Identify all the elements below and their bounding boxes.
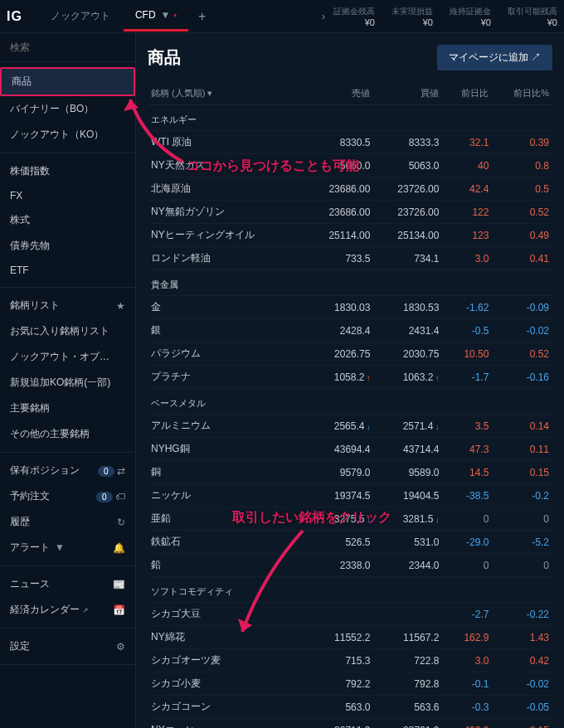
header: IG ノックアウト CFD▼• + › 証拠金残高¥0未実現損益¥0維持証拠金¥…	[0, 0, 564, 33]
table-row[interactable]: NY天然ガス5060.05063.0400.8	[148, 154, 552, 177]
page-title: 商品	[148, 46, 181, 69]
sidebar-item[interactable]: その他の主要銘柄	[0, 421, 135, 447]
column-header[interactable]: 前日比%	[492, 82, 552, 105]
sidebar-item[interactable]: 経済カレンダー 📅	[0, 597, 135, 623]
stat: 取引可能残高¥0	[508, 6, 557, 27]
table-row[interactable]: NYヒーティングオイル25114.0025134.001230.49	[148, 224, 552, 247]
table-row[interactable]: 鉄鉱石526.5531.0-29.0-5.2	[148, 531, 552, 554]
group-header: 貴金属	[148, 270, 552, 296]
table-row[interactable]: NYHG銅43694.443714.447.30.11	[148, 438, 552, 461]
side-icon: ⇄	[117, 465, 125, 477]
sidebar-item[interactable]: バイナリー（BO）	[0, 96, 135, 122]
sidebar-item[interactable]: 銘柄リスト ★	[0, 293, 135, 318]
header-stats: 証拠金残高¥0未実現損益¥0維持証拠金¥0取引可能残高¥0	[333, 6, 557, 27]
sidebar: 🔍 商品バイナリー（BO）ノックアウト（KO） 株価指数FX株式債券先物ETF …	[0, 33, 136, 728]
sidebar-item[interactable]: 保有ポジション0 ⇄	[0, 458, 135, 483]
stat: 証拠金残高¥0	[333, 6, 375, 27]
table-row[interactable]: 銀2428.42431.4-0.5-0.02	[148, 319, 552, 342]
main: 商品 マイページに追加 ↗ 銘柄 (人気順) ▾売値買値前日比前日比% エネルギ…	[136, 33, 564, 728]
sidebar-item[interactable]: 債券先物	[0, 233, 135, 259]
tab-knockout[interactable]: ノックアウト	[39, 1, 122, 32]
sidebar-item[interactable]: 主要銘柄	[0, 396, 135, 421]
add-to-mypage-button[interactable]: マイページに追加 ↗	[437, 45, 552, 70]
table-row[interactable]: 北海原油23686.0023726.0042.40.5	[148, 177, 552, 201]
badge: 0	[98, 466, 114, 477]
sidebar-item[interactable]: 商品	[0, 67, 135, 96]
table-row[interactable]: シカゴコーン563.0563.6-0.3-0.05	[148, 696, 552, 719]
table-row[interactable]: NYコーヒー20711.920731.9436.92.15	[148, 719, 552, 729]
chevron-right-icon[interactable]: ›	[322, 11, 325, 22]
table-row[interactable]: シカゴ大豆-2.7-0.22	[148, 603, 552, 626]
sidebar-item[interactable]: 履歴 ↻	[0, 509, 135, 535]
group-header: ベースメタル	[148, 389, 552, 415]
sidebar-item[interactable]: ニュース 📰	[0, 571, 135, 597]
table-row[interactable]: NY無鉛ガゾリン23686.0023726.001220.52	[148, 201, 552, 224]
side-icon: 🔔	[113, 542, 125, 554]
column-header[interactable]: 買値	[373, 82, 442, 105]
table-row[interactable]: ロンドン軽油733.5734.13.00.41	[148, 247, 552, 270]
logo: IG	[7, 9, 22, 24]
stat: 未実現損益¥0	[391, 6, 433, 27]
sidebar-item[interactable]: FX	[0, 184, 135, 207]
side-icon: ↻	[117, 517, 125, 528]
table-row[interactable]: プラチナ1058.21063.2-1.7-0.16	[148, 366, 552, 389]
table-row[interactable]: 金1830.031830.53-1.62-0.09	[148, 296, 552, 319]
table-row[interactable]: WTI 原油8330.58333.332.10.39	[148, 131, 552, 154]
sidebar-item[interactable]: 新規追加KO銘柄(一部)	[0, 370, 135, 396]
table-row[interactable]: 亜鉛3275.53281.500	[148, 507, 552, 531]
stat: 維持証拠金¥0	[450, 6, 491, 27]
sidebar-item[interactable]: 株式	[0, 207, 135, 233]
sidebar-item[interactable]: 予約注文0 🏷	[0, 483, 135, 509]
table-row[interactable]: シカゴ小麦792.2792.8-0.1-0.02	[148, 672, 552, 696]
sidebar-item[interactable]: アラート▼ 🔔	[0, 535, 135, 561]
side-icon: 📰	[113, 579, 125, 590]
tabs: ノックアウト CFD▼• +	[39, 1, 317, 32]
side-icon: 📅	[113, 604, 125, 616]
badge: 0	[96, 492, 113, 502]
table-row[interactable]: ニッケル19374.519404.5-38.5-0.2	[148, 484, 552, 507]
table-row[interactable]: 鉛2338.02344.000	[148, 554, 552, 577]
table-row[interactable]: アルミニウム2565.42571.43.50.14	[148, 415, 552, 438]
column-header[interactable]: 前日比	[442, 82, 492, 105]
search-input[interactable]	[10, 41, 134, 53]
search-row: 🔍	[0, 33, 135, 62]
sidebar-item[interactable]: ノックアウト（KO）	[0, 122, 135, 148]
close-icon[interactable]: •	[173, 11, 177, 20]
tab-cfd[interactable]: CFD▼•	[124, 1, 188, 32]
chevron-down-icon: ▼	[161, 9, 171, 21]
table-row[interactable]: NY綿花11552.211567.2162.91.43	[148, 626, 552, 649]
sidebar-item[interactable]: 株価指数	[0, 158, 135, 184]
group-header: エネルギー	[148, 105, 552, 131]
add-tab-button[interactable]: +	[190, 4, 214, 29]
table-row[interactable]: シカゴオーツ麦715.3722.83.00.42	[148, 649, 552, 672]
table-row[interactable]: パラジウム2026.752030.7510.500.52	[148, 342, 552, 366]
side-icon: ⚙	[116, 641, 125, 653]
sidebar-item[interactable]: お気に入り銘柄リスト	[0, 318, 135, 344]
column-header[interactable]: 銘柄 (人気順) ▾	[148, 82, 305, 105]
table-row[interactable]: 銅9579.09589.014.50.15	[148, 461, 552, 484]
instruments-table: 銘柄 (人気順) ▾売値買値前日比前日比% エネルギーWTI 原油8330.58…	[148, 82, 552, 728]
side-icon: 🏷	[115, 491, 125, 502]
side-icon: ★	[116, 300, 125, 312]
column-header[interactable]: 売値	[305, 82, 374, 105]
sidebar-item[interactable]: ETF	[0, 259, 135, 282]
sidebar-item[interactable]: 設定 ⚙	[0, 633, 135, 659]
group-header: ソフトコモディティ	[148, 577, 552, 603]
sidebar-item[interactable]: ノックアウト・オプ…	[0, 344, 135, 370]
